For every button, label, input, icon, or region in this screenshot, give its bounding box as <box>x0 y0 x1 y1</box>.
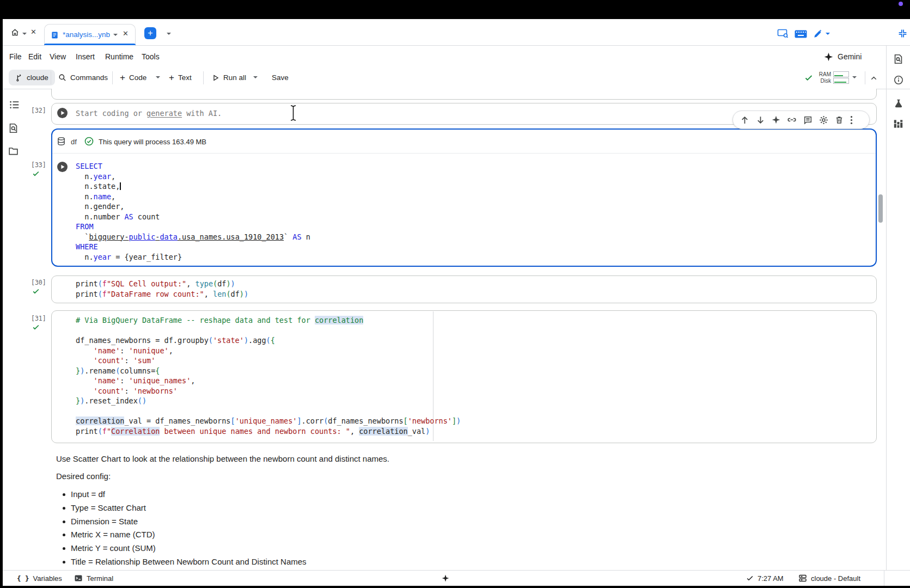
resources-chevron-down-icon[interactable] <box>852 76 857 81</box>
menu-edit[interactable]: Edit <box>28 46 41 67</box>
add-code-chevron-down-icon[interactable] <box>156 76 160 81</box>
find-in-document-icon[interactable] <box>8 123 19 133</box>
histogram-icon[interactable] <box>893 119 903 129</box>
terminal-icon <box>74 574 83 583</box>
move-up-icon[interactable] <box>740 115 749 125</box>
link-icon[interactable] <box>787 115 797 125</box>
query-ok-check-circle-icon <box>84 137 94 146</box>
code-line: WHERE <box>76 242 310 252</box>
table-of-contents-icon[interactable] <box>9 100 20 110</box>
code-line: n.number AS count <box>76 212 310 222</box>
code-line: SELECT <box>76 161 310 171</box>
collapse-icon[interactable] <box>898 29 907 38</box>
code-line: df_names_newborns = df.groupby('state').… <box>76 335 461 346</box>
code-line: n.state, <box>76 181 310 192</box>
menu-insert[interactable]: Insert <box>76 46 95 67</box>
screenshot-stage: ✕ *analysis...ynb ✕ + File Edit <box>0 0 910 588</box>
menu-runtime[interactable]: Runtime <box>105 46 133 67</box>
gemini-spark-icon[interactable] <box>442 571 449 586</box>
notebook-menubar: File Edit View Insert Runtime Tools Gemi… <box>3 46 910 67</box>
cell-success-icon <box>32 323 40 331</box>
pen-chevron-down-icon[interactable] <box>826 33 830 37</box>
code-line: n.year = {year_filter} <box>76 252 310 262</box>
list-item: Dimension = State <box>62 515 307 529</box>
disk-usage-bar <box>833 78 849 84</box>
tab-strip-chevron-down-icon[interactable] <box>167 33 171 37</box>
text-cursor-pointer <box>289 105 297 121</box>
tab-chevron-down-icon[interactable] <box>113 34 118 38</box>
menu-file[interactable]: File <box>9 46 22 67</box>
code-line: 'name': 'unique_names', <box>76 376 461 386</box>
flask-icon[interactable] <box>894 99 903 108</box>
code-line: print(f"DataFrame row count:", len(df)) <box>76 289 248 299</box>
last-run-time: 7:27 AM <box>758 574 784 583</box>
python-code-editor[interactable]: print(f"SQL Cell output:", type(df))prin… <box>76 279 248 299</box>
menu-tools[interactable]: Tools <box>142 46 160 67</box>
commands-label: Commands <box>70 74 108 82</box>
system-top-bar <box>0 0 910 19</box>
variables-label: Variables <box>33 574 62 583</box>
cast-search-icon[interactable] <box>777 29 789 38</box>
collapse-toolbar-chevron-up-icon[interactable] <box>870 74 878 82</box>
notebook-file-icon <box>51 31 59 39</box>
add-code-button[interactable]: + Code <box>118 70 149 85</box>
run-all-label: Run all <box>223 74 246 82</box>
add-text-button[interactable]: + Text <box>167 70 194 85</box>
comment-icon[interactable] <box>803 115 813 125</box>
generate-link[interactable]: generate <box>146 109 182 118</box>
python-code-editor[interactable]: # Via BigQuery DataFrame -- reshape data… <box>76 315 461 436</box>
new-tab-plus-icon: + <box>148 29 152 38</box>
add-code-label: Code <box>129 74 146 82</box>
connected-check-icon <box>804 74 813 82</box>
settings-gear-icon[interactable] <box>819 115 828 125</box>
sql-code-editor[interactable]: SELECT n.year, n.state, n.name, n.gender… <box>76 161 310 262</box>
tab-analysis-notebook[interactable]: *analysis...ynb ✕ <box>44 24 136 46</box>
save-label: Save <box>272 74 289 82</box>
keyboard-icon[interactable] <box>795 30 807 38</box>
info-icon[interactable] <box>894 75 903 85</box>
home-icon[interactable] <box>10 28 20 37</box>
code-line: correlation_val = df_names_newborns['uni… <box>76 416 461 426</box>
list-item: Title = Relationship Between Newborn Cou… <box>62 555 307 569</box>
runtime-selector[interactable]: cloude - Default <box>798 571 860 586</box>
list-item: Metric Y = count (SUM) <box>62 542 307 555</box>
cell-success-icon <box>32 170 40 177</box>
gemini-spark-icon[interactable] <box>772 115 780 124</box>
vertical-scrollbar[interactable] <box>878 194 883 223</box>
gemini-button[interactable]: Gemini <box>824 50 862 64</box>
variables-button[interactable]: { } Variables <box>17 571 62 586</box>
run-all-button[interactable]: Run all <box>210 70 248 85</box>
list-item: Type = Scatter Chart <box>62 501 307 515</box>
more-vert-icon[interactable] <box>850 115 853 125</box>
home-tab-close-icon[interactable]: ✕ <box>30 28 36 36</box>
save-button[interactable]: Save <box>270 70 291 85</box>
code-line: }).rename(columns={ <box>76 366 461 376</box>
tab-close-icon[interactable]: ✕ <box>123 29 129 38</box>
run-all-chevron-down-icon[interactable] <box>253 76 258 81</box>
braces-icon: { } <box>17 574 29 583</box>
menu-view[interactable]: View <box>50 46 66 67</box>
partial-cell-above <box>51 89 877 100</box>
commands-button[interactable]: Commands <box>56 70 110 85</box>
markdown-bullet-list: Input = df Type = Scatter Chart Dimensio… <box>62 488 307 569</box>
execution-count: [31] <box>31 315 46 322</box>
doc-search-icon[interactable] <box>893 54 903 64</box>
cloude-app-chip[interactable]: cloude <box>9 70 55 85</box>
folder-icon[interactable] <box>8 146 19 156</box>
run-cell-button[interactable] <box>57 162 68 172</box>
server-icon <box>798 574 807 583</box>
branch-icon <box>15 74 23 82</box>
delete-trash-icon[interactable] <box>835 115 844 125</box>
move-down-icon[interactable] <box>756 115 765 125</box>
code-line: FROM <box>76 222 310 232</box>
resources-meter[interactable]: RAM Disk <box>818 71 849 84</box>
ram-usage-bar <box>833 71 849 77</box>
run-cell-button[interactable] <box>57 108 68 118</box>
code-placeholder[interactable]: Start coding or generate with AI. <box>76 109 222 118</box>
new-tab-button[interactable]: + <box>144 27 156 39</box>
sql-output-variable[interactable]: df <box>71 138 77 146</box>
execution-count: [33] <box>31 161 46 169</box>
home-tab-chevron-down-icon[interactable] <box>22 33 27 37</box>
edit-pen-icon[interactable] <box>813 29 823 39</box>
terminal-button[interactable]: Terminal <box>74 571 113 586</box>
